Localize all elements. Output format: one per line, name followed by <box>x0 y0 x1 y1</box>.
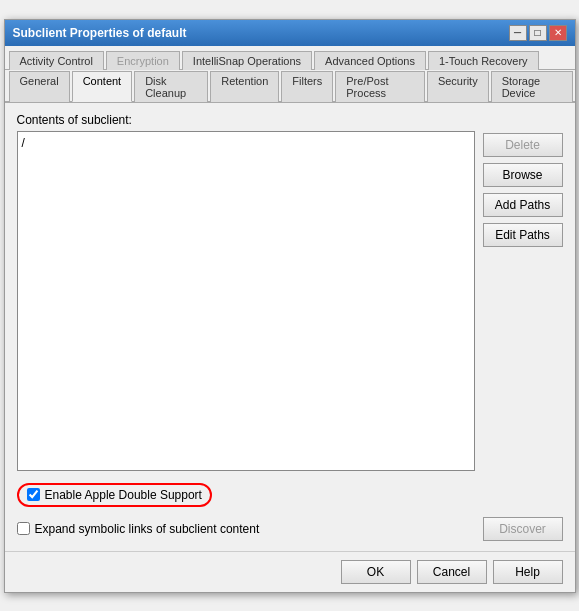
section-label: Contents of subclient: <box>17 113 563 127</box>
bottom-section: Enable Apple Double Support Expand symbo… <box>17 483 563 541</box>
delete-button[interactable]: Delete <box>483 133 563 157</box>
footer: OK Cancel Help <box>5 551 575 592</box>
title-bar: Subclient Properties of default ─ □ ✕ <box>5 20 575 46</box>
ok-button[interactable]: OK <box>341 560 411 584</box>
tab-activity-control[interactable]: Activity Control <box>9 51 104 70</box>
apple-double-label: Enable Apple Double Support <box>45 488 202 502</box>
tab-filters[interactable]: Filters <box>281 71 333 102</box>
tabs-row2: General Content Disk Cleanup Retention F… <box>5 70 575 103</box>
content-area: Contents of subclient: / Delete Browse A… <box>5 103 575 551</box>
close-button[interactable]: ✕ <box>549 25 567 41</box>
tabs-row1: Activity Control Encryption IntelliSnap … <box>5 46 575 70</box>
tab-general[interactable]: General <box>9 71 70 102</box>
tab-content[interactable]: Content <box>72 71 133 102</box>
edit-paths-button[interactable]: Edit Paths <box>483 223 563 247</box>
action-buttons: Delete Browse Add Paths Edit Paths <box>483 131 563 471</box>
bottom-row: Expand symbolic links of subclient conte… <box>17 517 563 541</box>
expand-links-checkbox[interactable] <box>17 522 30 535</box>
tab-intellisnap[interactable]: IntelliSnap Operations <box>182 51 312 70</box>
window-title: Subclient Properties of default <box>13 26 187 40</box>
apple-double-row: Enable Apple Double Support <box>17 483 212 507</box>
tab-security[interactable]: Security <box>427 71 489 102</box>
add-paths-button[interactable]: Add Paths <box>483 193 563 217</box>
main-content: / Delete Browse Add Paths Edit Paths <box>17 131 563 471</box>
help-button[interactable]: Help <box>493 560 563 584</box>
cancel-button[interactable]: Cancel <box>417 560 487 584</box>
tab-pre-post[interactable]: Pre/Post Process <box>335 71 425 102</box>
tab-storage-device[interactable]: Storage Device <box>491 71 573 102</box>
tab-1touch-recovery[interactable]: 1-Touch Recovery <box>428 51 539 70</box>
discover-button[interactable]: Discover <box>483 517 563 541</box>
expand-links-label: Expand symbolic links of subclient conte… <box>35 522 260 536</box>
tab-disk-cleanup[interactable]: Disk Cleanup <box>134 71 208 102</box>
maximize-button[interactable]: □ <box>529 25 547 41</box>
list-item-root: / <box>22 136 25 150</box>
title-controls: ─ □ ✕ <box>509 25 567 41</box>
tab-retention[interactable]: Retention <box>210 71 279 102</box>
content-list[interactable]: / <box>17 131 475 471</box>
minimize-button[interactable]: ─ <box>509 25 527 41</box>
expand-row: Expand symbolic links of subclient conte… <box>17 522 260 536</box>
main-window: Subclient Properties of default ─ □ ✕ Ac… <box>4 19 576 593</box>
tab-advanced-options[interactable]: Advanced Options <box>314 51 426 70</box>
apple-double-checkbox[interactable] <box>27 488 40 501</box>
browse-button[interactable]: Browse <box>483 163 563 187</box>
tab-encryption[interactable]: Encryption <box>106 51 180 70</box>
